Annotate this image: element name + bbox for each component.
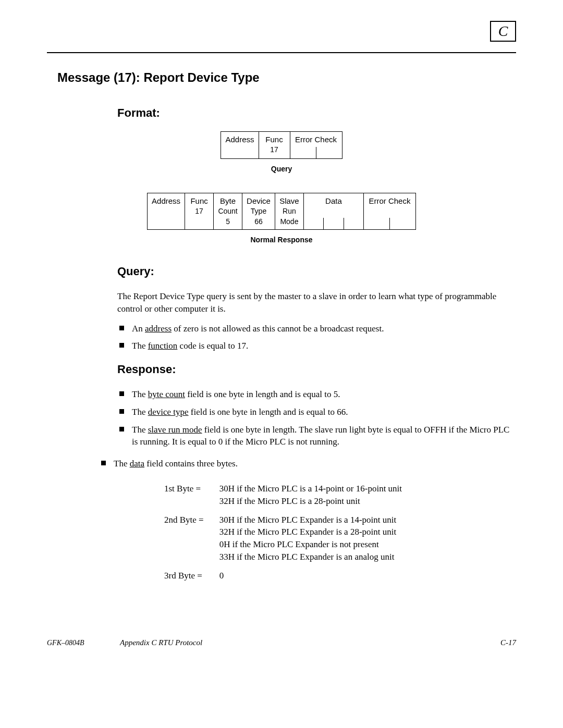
query-description: The Report Device Type query is sent by … [117,290,516,315]
footer-doc-id: GFK–0804B [47,638,120,648]
table-row: 3rd Byte = 0 [164,566,412,585]
cell-address: Address [152,196,180,205]
cell-address: Address [225,135,254,144]
query-caption: Query [47,164,516,175]
page-title: Message (17): Report Device Type [57,69,516,87]
list-item: An address of zero is not allowed as thi… [117,323,516,335]
cell-func: Func [265,135,283,144]
table-row: 1st Byte = 30H if the Micro PLC is a 14-… [164,479,412,511]
footer-section: Appendix C RTU Protocol [120,637,500,648]
list-item: The device type field is one byte in len… [117,406,516,418]
format-heading: Format: [117,105,516,121]
response-heading: Response: [117,362,516,378]
query-packet-diagram: Address Func 17 Error Check [47,131,516,159]
response-packet-diagram: Address Func 17 Byte Count 5 Device Type… [47,193,516,229]
top-divider [47,52,516,53]
list-item: The byte count field is one byte in leng… [117,388,516,401]
cell-data: Data [325,196,342,205]
list-item: The slave run mode field is one byte in … [117,424,516,449]
appendix-corner-box: C [490,21,516,42]
page-footer: GFK–0804B Appendix C RTU Protocol C-17 [47,637,516,648]
cell-errorcheck: Error Check [295,135,337,144]
data-bytes-table: 1st Byte = 30H if the Micro PLC is a 14-… [164,479,412,585]
response-caption: Normal Response [47,235,516,245]
list-item: The data field contains three bytes. [99,458,516,470]
appendix-letter: C [498,21,508,41]
footer-page-num: C-17 [500,637,516,648]
cell-errorcheck: Error Check [369,196,410,205]
list-item: The function code is equal to 17. [117,340,516,352]
table-row: 2nd Byte = 30H if the Micro PLC Expander… [164,511,412,566]
query-heading: Query: [117,264,516,280]
